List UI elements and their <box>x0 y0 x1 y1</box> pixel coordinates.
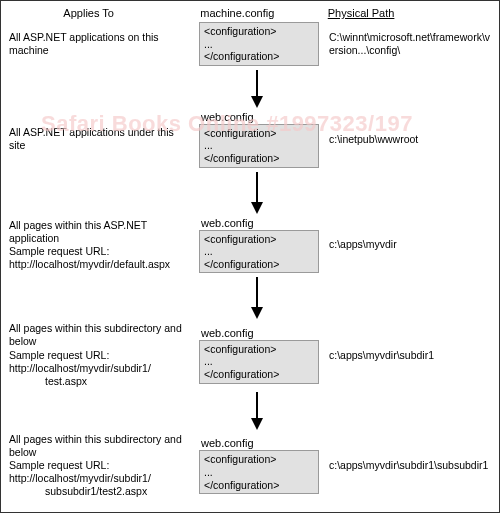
arrow-down-icon <box>1 277 499 319</box>
svg-marker-5 <box>251 307 263 319</box>
level-row: All pages within this subdirectory and b… <box>1 431 499 501</box>
config-box: web.config <configuration> ... </configu… <box>199 327 319 384</box>
applies-main: All pages within this subdirectory and b… <box>9 322 182 373</box>
level-row: All ASP.NET applications on this machine… <box>1 20 499 68</box>
file-label: web.config <box>201 111 319 123</box>
code-snippet: <configuration> ... </configuration> <box>199 22 319 66</box>
file-label: web.config <box>201 437 319 449</box>
svg-marker-3 <box>251 202 263 214</box>
column-headers: Applies To machine.config Physical Path <box>1 1 499 20</box>
applies-text: All ASP.NET applications on this machine <box>9 31 199 57</box>
arrow-down-icon <box>1 392 499 430</box>
applies-indent: test.aspx <box>9 375 193 388</box>
applies-text: All ASP.NET applications under this site <box>9 126 199 152</box>
physical-path: c:\apps\myvdir <box>319 238 491 251</box>
level-row: All pages within this subdirectory and b… <box>1 320 499 390</box>
diagram-container: Safari Books Online #1997323/197 Applies… <box>1 1 499 512</box>
applies-text: All pages within this subdirectory and b… <box>9 322 199 388</box>
config-box: web.config <configuration> ... </configu… <box>199 217 319 274</box>
code-snippet: <configuration> ... </configuration> <box>199 124 319 168</box>
applies-indent: subsubdir1/test2.aspx <box>9 485 193 498</box>
physical-path: c:\inetpub\wwwroot <box>319 133 491 146</box>
svg-marker-7 <box>251 418 263 430</box>
applies-main: All pages within this subdirectory and b… <box>9 433 182 484</box>
level-row: All pages within this ASP.NET applicatio… <box>1 215 499 276</box>
config-box: <configuration> ... </configuration> <box>199 22 319 66</box>
level-row: All ASP.NET applications under this site… <box>1 109 499 170</box>
config-box: web.config <configuration> ... </configu… <box>199 437 319 494</box>
header-applies-to: Applies To <box>9 7 198 20</box>
svg-marker-1 <box>251 96 263 108</box>
header-machine-config: machine.config <box>200 7 319 19</box>
physical-path: c:\apps\myvdir\subdir1 <box>319 349 491 362</box>
file-label: web.config <box>201 327 319 339</box>
file-label: web.config <box>201 217 319 229</box>
code-snippet: <configuration> ... </configuration> <box>199 450 319 494</box>
code-snippet: <configuration> ... </configuration> <box>199 230 319 274</box>
header-physical-path: Physical Path <box>320 7 491 20</box>
code-snippet: <configuration> ... </configuration> <box>199 340 319 384</box>
applies-text: All pages within this ASP.NET applicatio… <box>9 219 199 272</box>
physical-path: C:\winnt\microsoft.net\framework\version… <box>319 31 491 57</box>
config-box: web.config <configuration> ... </configu… <box>199 111 319 168</box>
applies-text: All pages within this subdirectory and b… <box>9 433 199 499</box>
physical-path: c:\apps\myvdir\subdir1\subsubdir1 <box>319 459 491 472</box>
arrow-down-icon <box>1 172 499 214</box>
arrow-down-icon <box>1 70 499 108</box>
